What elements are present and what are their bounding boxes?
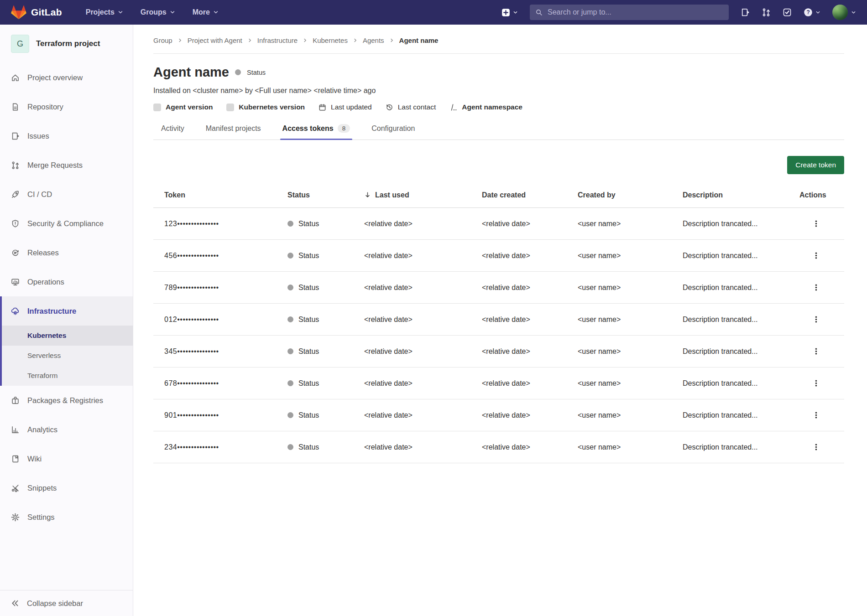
sidebar-item-ci-cd[interactable]: CI / CD — [0, 180, 133, 209]
meta-last-updated: Last updated — [319, 103, 372, 111]
chevron-right-icon — [353, 38, 358, 43]
cell-created-by: <user name> — [578, 379, 683, 388]
project-avatar: G — [11, 35, 29, 53]
chevron-down-icon — [815, 10, 820, 15]
meta-kubernetes-version: Kubernetes version — [226, 103, 305, 111]
tab-label: Configuration — [371, 124, 415, 133]
nav-menu-groups[interactable]: Groups — [134, 5, 182, 20]
breadcrumb-item-kubernetes[interactable]: Kubernetes — [313, 36, 348, 44]
sidebar-item-issues[interactable]: Issues — [0, 121, 133, 150]
nav-menu-label: Groups — [141, 8, 167, 16]
sidebar-item-label: Issues — [27, 132, 49, 140]
sidebar-item-project-overview[interactable]: Project overview — [0, 63, 133, 92]
row-actions-kebab-button[interactable] — [810, 378, 823, 389]
meta-agent-namespace: Agent namespace — [449, 103, 522, 111]
cell-created-by: <user name> — [578, 443, 683, 451]
cell-description: Description trancated... — [683, 252, 799, 260]
breadcrumb: GroupProject with AgentInfrastructureKub… — [153, 36, 844, 54]
sidebar-group-infrastructure: InfrastructureKubernetesServerlessTerraf… — [0, 296, 133, 386]
sidebar-subitem-serverless[interactable]: Serverless — [2, 346, 133, 366]
sidebar-subitem-terraform[interactable]: Terraform — [2, 366, 133, 386]
project-header-link[interactable]: G Terraform project — [0, 25, 133, 57]
sidebar-item-releases[interactable]: Releases — [0, 238, 133, 267]
status-label: Status — [298, 379, 319, 388]
row-actions-kebab-button[interactable] — [810, 218, 823, 229]
kebab-icon — [812, 284, 820, 291]
sidebar-subitem-kubernetes[interactable]: Kubernetes — [2, 326, 133, 346]
sidebar-item-label: Security & Compliance — [27, 219, 104, 228]
cell-last-used: <relative date> — [364, 252, 482, 260]
sidebar-item-analytics[interactable]: Analytics — [0, 415, 133, 444]
cell-actions — [799, 409, 844, 421]
row-actions-kebab-button[interactable] — [810, 250, 823, 261]
installed-info: Installed on <cluster name> by <Full use… — [153, 87, 844, 95]
kebab-icon — [812, 443, 820, 451]
todos-nav-button[interactable] — [783, 8, 792, 17]
nav-menu-label: Projects — [86, 8, 115, 16]
token-value: 901••••••••••••••• — [164, 411, 219, 419]
breadcrumb-item-project-with-agent[interactable]: Project with Agent — [188, 36, 242, 44]
row-actions-kebab-button[interactable] — [810, 409, 823, 421]
help-menu-button[interactable]: ? — [804, 8, 820, 17]
cell-status: Status — [287, 347, 364, 356]
issues-icon — [11, 132, 20, 140]
sidebar-item-security-compliance[interactable]: Security & Compliance — [0, 209, 133, 238]
cell-token: 456••••••••••••••• — [153, 252, 287, 260]
scissors-icon — [11, 484, 20, 492]
chevron-down-icon — [513, 10, 518, 15]
cell-date-created: <relative date> — [482, 443, 578, 451]
search-input[interactable] — [547, 8, 723, 17]
sidebar-item-snippets[interactable]: Snippets — [0, 473, 133, 502]
row-actions-kebab-button[interactable] — [810, 314, 823, 325]
sidebar-item-settings[interactable]: Settings — [0, 502, 133, 532]
gear-icon — [11, 513, 20, 522]
sidebar-item-label: Infrastructure — [27, 307, 76, 316]
cell-actions — [799, 378, 844, 389]
create-token-button[interactable]: Create token — [787, 156, 844, 174]
collapse-sidebar-button[interactable]: Collapse sidebar — [0, 590, 133, 616]
cell-token: 789••••••••••••••• — [153, 284, 287, 292]
new-menu-button[interactable] — [501, 8, 518, 17]
arrow-down-icon — [364, 192, 371, 198]
sidebar-item-merge-requests[interactable]: Merge Requests — [0, 150, 133, 180]
row-actions-kebab-button[interactable] — [810, 346, 823, 357]
column-header-label: Date created — [482, 191, 526, 199]
column-header-label: Description — [683, 191, 723, 199]
main-content: GroupProject with AgentInfrastructureKub… — [133, 25, 867, 616]
nav-menu-projects[interactable]: Projects — [79, 5, 130, 20]
cell-date-created: <relative date> — [482, 347, 578, 356]
issues-nav-button[interactable] — [741, 8, 750, 17]
column-header-last-used[interactable]: Last used — [364, 191, 482, 199]
sidebar-item-infrastructure[interactable]: Infrastructure — [2, 296, 133, 326]
sidebar-item-operations[interactable]: Operations — [0, 267, 133, 296]
cell-last-used: <relative date> — [364, 347, 482, 356]
sidebar-item-label: Snippets — [27, 484, 57, 492]
sidebar-item-wiki[interactable]: Wiki — [0, 444, 133, 473]
table-row: 012•••••••••••••••Status<relative date><… — [153, 304, 844, 336]
breadcrumb-item-agents[interactable]: Agents — [363, 36, 384, 44]
tab-manifest-projects[interactable]: Manifest projects — [204, 124, 263, 140]
user-menu-button[interactable] — [832, 5, 856, 20]
tab-access-tokens[interactable]: Access tokens8 — [280, 124, 353, 140]
cell-date-created: <relative date> — [482, 411, 578, 419]
nav-menu-more[interactable]: More — [186, 5, 225, 20]
tab-configuration[interactable]: Configuration — [369, 124, 417, 140]
sidebar-item-repository[interactable]: Repository — [0, 92, 133, 121]
cell-status: Status — [287, 220, 364, 228]
sidebar-item-packages-registries[interactable]: Packages & Registries — [0, 386, 133, 415]
row-actions-kebab-button[interactable] — [810, 282, 823, 293]
kebab-icon — [812, 379, 820, 387]
merge-requests-nav-button[interactable] — [762, 8, 771, 17]
status-dot — [287, 348, 293, 354]
column-header-label: Actions — [799, 191, 826, 199]
column-header-created-by: Created by — [578, 191, 683, 199]
cell-token: 234••••••••••••••• — [153, 443, 287, 451]
row-actions-kebab-button[interactable] — [810, 441, 823, 453]
gitlab-home-link[interactable]: GitLab — [11, 5, 62, 20]
cell-last-used: <relative date> — [364, 411, 482, 419]
breadcrumb-item-infrastructure[interactable]: Infrastructure — [257, 36, 298, 44]
token-value: 012••••••••••••••• — [164, 316, 219, 323]
breadcrumb-item-group[interactable]: Group — [153, 36, 172, 44]
tab-activity[interactable]: Activity — [159, 124, 187, 140]
chevron-right-icon — [389, 38, 394, 43]
